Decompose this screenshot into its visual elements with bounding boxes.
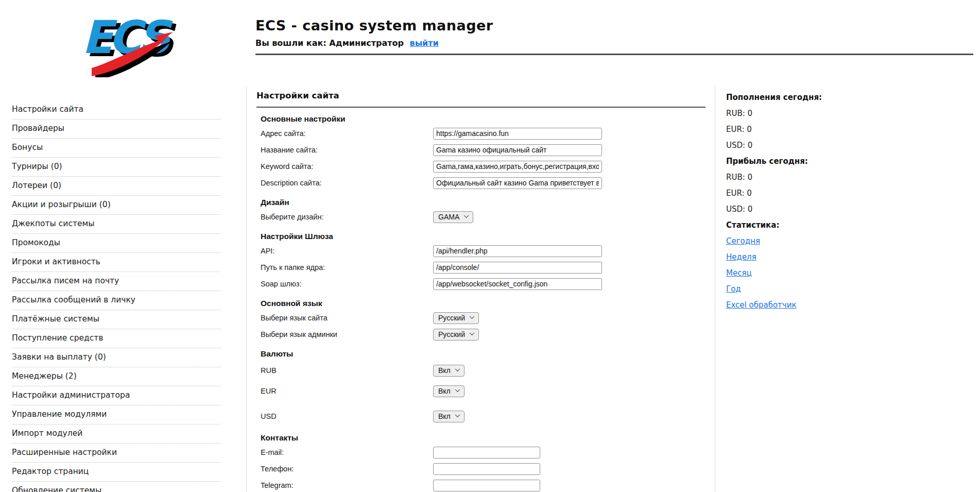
- sidebar-item-players-activity[interactable]: Игроки и активность: [12, 253, 220, 272]
- section-basic-settings: Основные настройки: [256, 114, 706, 124]
- sidebar-item-managers[interactable]: Менеджеры (2): [12, 368, 220, 386]
- deposits-today-title: Пополнения сегодня:: [726, 93, 881, 102]
- phone-row: Телефон:: [256, 461, 706, 477]
- sidebar-nav: Настройки сайта Провайдеры Бонусы Турнир…: [12, 101, 220, 492]
- form-title: Настройки сайта: [256, 91, 706, 100]
- keyword-input[interactable]: [433, 161, 602, 173]
- telegram-input[interactable]: [433, 480, 540, 491]
- sidebar-item-advanced-settings[interactable]: Расширенные настройки: [12, 444, 220, 463]
- site-address-input[interactable]: [433, 128, 602, 140]
- soap-row: Soap шлюз:: [256, 276, 706, 292]
- ecs-logo-image: ECS ECS: [71, 5, 179, 77]
- sidebar-item-module-management[interactable]: Управление модулями: [12, 406, 220, 425]
- sidebar-item-bonuses[interactable]: Бонусы: [12, 139, 220, 158]
- chevron-down-icon: [455, 366, 460, 371]
- chevron-down-icon: [470, 330, 475, 335]
- eur-select-value: Вкл: [438, 387, 451, 395]
- sidebar-item-page-editor[interactable]: Редактор страниц: [12, 463, 220, 482]
- site-settings-panel: Настройки сайта Основные настройки Адрес…: [256, 88, 706, 492]
- site-name-row: Название сайта:: [256, 142, 706, 158]
- design-label: Выберите дизайн:: [261, 213, 433, 221]
- deposits-eur: EUR: 0: [726, 125, 881, 134]
- email-row: E-mail:: [256, 444, 706, 461]
- stats-link-month[interactable]: Месяц: [726, 268, 881, 278]
- sidebar-item-system-update[interactable]: Обновление системы: [12, 482, 220, 492]
- chevron-down-icon: [455, 412, 460, 417]
- phone-label: Телефон:: [261, 465, 433, 473]
- usd-select[interactable]: Вкл: [433, 411, 465, 422]
- statistics-title: Статистика:: [726, 220, 881, 230]
- sidebar-item-admin-settings[interactable]: Настройки администратора: [12, 387, 220, 405]
- design-select-value: GAMA: [438, 213, 459, 221]
- profit-today-title: Прибыль сегодня:: [726, 157, 881, 166]
- site-language-select[interactable]: Русский: [433, 312, 479, 324]
- phone-input[interactable]: [433, 463, 540, 475]
- section-contacts: Контакты: [256, 433, 706, 443]
- email-input[interactable]: [433, 447, 540, 459]
- description-input[interactable]: [433, 177, 602, 189]
- core-path-input[interactable]: [433, 262, 602, 274]
- usd-select-value: Вкл: [438, 412, 451, 420]
- main-stats-divider: [715, 87, 715, 492]
- telegram-label: Telegram:: [261, 481, 433, 489]
- api-input[interactable]: [433, 245, 602, 257]
- admin-language-select[interactable]: Русский: [433, 329, 479, 341]
- rub-row: RUB Вкл: [256, 360, 706, 381]
- usd-label: USD: [261, 412, 433, 420]
- profit-usd: USD: 0: [726, 205, 881, 214]
- sidebar-item-providers[interactable]: Провайдеры: [12, 120, 220, 139]
- section-currencies: Валюты: [256, 349, 706, 359]
- site-name-input[interactable]: [433, 144, 602, 156]
- eur-select[interactable]: Вкл: [433, 385, 465, 397]
- stats-link-excel[interactable]: Excel обработчик: [726, 300, 881, 310]
- site-language-select-value: Русский: [438, 314, 465, 322]
- sidebar-item-jackpots[interactable]: Джекпоты системы: [12, 215, 220, 234]
- admin-language-label: Выбери язык админки: [261, 330, 433, 338]
- telegram-row: Telegram:: [256, 477, 706, 492]
- keyword-row: Keyword сайта:: [256, 158, 706, 175]
- email-label: E-mail:: [261, 448, 433, 456]
- keyword-label: Keyword сайта:: [261, 162, 433, 171]
- api-row: API:: [256, 243, 706, 259]
- description-label: Description сайта:: [261, 179, 433, 187]
- sidebar-item-site-settings[interactable]: Настройки сайта: [12, 101, 220, 120]
- site-language-label: Выбери язык сайта: [261, 314, 433, 322]
- sidebar-item-payout-requests[interactable]: Заявки на выплату (0): [12, 349, 220, 367]
- sidebar-item-tournaments[interactable]: Турниры (0): [12, 158, 220, 177]
- section-language: Основной язык: [256, 299, 706, 308]
- soap-label: Soap шлюз:: [261, 280, 433, 288]
- design-select[interactable]: GAMA: [433, 211, 473, 223]
- login-status-text: Вы вошли как: Администратор: [255, 38, 404, 48]
- stats-link-week[interactable]: Неделя: [726, 252, 881, 262]
- eur-label: EUR: [261, 387, 433, 395]
- deposits-rub: RUB: 0: [726, 109, 881, 118]
- form-title-divider: [256, 107, 706, 108]
- rub-label: RUB: [261, 366, 433, 375]
- site-address-label: Адрес сайта:: [261, 129, 433, 138]
- header-divider: [255, 54, 973, 55]
- profit-eur: EUR: 0: [726, 189, 881, 198]
- sidebar-item-promotions[interactable]: Акции и розыгрыши (0): [12, 196, 220, 215]
- sidebar-main-divider: [246, 87, 247, 492]
- rub-select[interactable]: Вкл: [433, 365, 465, 377]
- sidebar-item-email-mailing[interactable]: Рассылка писем на почту: [12, 273, 220, 291]
- sidebar-item-incoming-funds[interactable]: Поступление средств: [12, 330, 220, 348]
- sidebar-item-payment-systems[interactable]: Платёжные системы: [12, 311, 220, 329]
- site-name-label: Название сайта:: [261, 146, 433, 154]
- deposits-usd: USD: 0: [726, 141, 881, 150]
- sidebar-item-promocodes[interactable]: Промокоды: [12, 234, 220, 253]
- core-path-row: Путь к папке ядра:: [256, 259, 706, 276]
- api-label: API:: [261, 247, 433, 255]
- stats-link-year[interactable]: Год: [726, 284, 881, 294]
- admin-language-row: Выбери язык админки Русский: [256, 326, 706, 343]
- stats-link-today[interactable]: Сегодня: [726, 236, 881, 246]
- logout-link[interactable]: выйти: [410, 38, 439, 48]
- usd-row: USD Вкл: [256, 406, 706, 427]
- sidebar-item-lotteries[interactable]: Лотереи (0): [12, 177, 220, 196]
- chevron-down-icon: [470, 314, 475, 319]
- soap-input[interactable]: [433, 278, 602, 290]
- design-row: Выберите дизайн: GAMA: [256, 209, 706, 225]
- sidebar-item-pm-mailing[interactable]: Рассылка сообщений в личку: [12, 292, 220, 310]
- sidebar-item-module-import[interactable]: Импорт модулей: [12, 425, 220, 444]
- core-path-label: Путь к папке ядра:: [261, 263, 433, 272]
